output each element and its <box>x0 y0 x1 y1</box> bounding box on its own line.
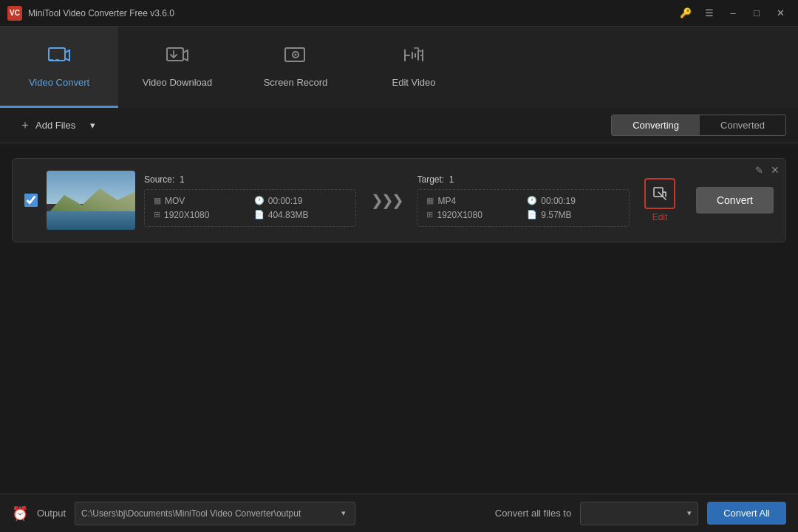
target-label: Target: 1 <box>417 174 629 185</box>
format-dropdown-button[interactable]: ▾ <box>687 508 692 518</box>
target-size-icon: 📄 <box>527 210 537 219</box>
output-path: C:\Users\bj\Documents\MiniTool Video Con… <box>81 508 338 519</box>
file-size-icon: 📄 <box>254 210 265 219</box>
output-path-dropdown[interactable]: ▾ <box>338 508 349 518</box>
bottombar: ⏰ Output C:\Users\bj\Documents\MiniTool … <box>0 494 798 532</box>
output-label: Output <box>37 508 66 519</box>
arrow-block: ❯❯❯ <box>365 191 408 209</box>
source-size-row: 📄 404.83MB <box>254 210 347 220</box>
nav-label-screen-record: Screen Record <box>264 77 328 88</box>
titlebar-controls: 🔑 ☰ – □ ✕ <box>675 5 791 21</box>
maximize-button[interactable]: □ <box>746 5 767 21</box>
add-icon: ＋ <box>19 117 31 133</box>
target-block: Target: 1 ▦ MP4 🕐 00:00:19 ⊞ 1920X1080 📄 <box>417 174 629 227</box>
card-close-button[interactable]: ✕ <box>771 165 780 175</box>
add-files-dropdown-button[interactable]: ▾ <box>86 115 100 135</box>
main-content: Source: 1 ▦ MOV 🕐 00:00:19 ⊞ 1920X1080 📄 <box>0 143 798 494</box>
target-duration-row: 🕐 00:00:19 <box>527 196 620 206</box>
nav-label-video-convert: Video Convert <box>29 77 89 88</box>
key-button[interactable]: 🔑 <box>675 5 696 21</box>
edit-section: Edit <box>638 178 681 222</box>
nav-item-screen-record[interactable]: Screen Record <box>236 27 355 108</box>
source-block: Source: 1 ▦ MOV 🕐 00:00:19 ⊞ 1920X1080 📄 <box>144 174 356 227</box>
screen-record-icon <box>284 45 307 71</box>
convert-tabs: Converting Converted <box>611 115 786 136</box>
file-card: Source: 1 ▦ MOV 🕐 00:00:19 ⊞ 1920X1080 📄 <box>12 158 786 242</box>
top-navigation: Video Convert Video Download Screen Reco… <box>0 27 798 108</box>
target-resolution-icon: ⊞ <box>426 210 433 219</box>
convert-all-format-container: ▾ <box>580 502 698 525</box>
file-checkbox[interactable] <box>24 194 38 207</box>
resolution-icon: ⊞ <box>154 210 160 219</box>
app-title: MiniTool Video Converter Free v3.6.0 <box>28 8 675 18</box>
edit-video-icon <box>402 45 426 71</box>
tab-converting[interactable]: Converting <box>612 115 700 135</box>
nav-label-edit-video: Edit Video <box>392 77 435 88</box>
clock-icon: 🕐 <box>254 196 265 205</box>
source-resolution-row: ⊞ 1920X1080 <box>154 210 247 220</box>
add-files-button[interactable]: ＋ Add Files <box>12 113 83 137</box>
titlebar: VC MiniTool Video Converter Free v3.6.0 … <box>0 0 798 27</box>
toolbar: ＋ Add Files ▾ Converting Converted <box>0 108 798 143</box>
menu-button[interactable]: ☰ <box>699 5 720 21</box>
source-format-row: ▦ MOV <box>154 196 247 206</box>
nav-item-edit-video[interactable]: Edit Video <box>355 27 473 108</box>
output-clock-icon: ⏰ <box>12 505 28 522</box>
card-edit-icon-button[interactable]: ✎ <box>755 165 763 176</box>
target-size-row: 📄 9.57MB <box>527 210 620 220</box>
svg-point-4 <box>295 53 297 55</box>
edit-icon <box>652 186 667 201</box>
target-clock-icon: 🕐 <box>527 196 537 205</box>
tab-converted[interactable]: Converted <box>700 115 785 135</box>
target-format-row: ▦ MP4 <box>426 196 519 206</box>
target-resolution-row: ⊞ 1920X1080 <box>426 210 519 220</box>
nav-label-video-download: Video Download <box>143 77 212 88</box>
app-logo: VC <box>7 6 22 21</box>
format-icon: ▦ <box>154 196 161 205</box>
convert-arrows: ❯❯❯ <box>371 191 402 209</box>
target-format-icon: ▦ <box>426 196 434 205</box>
output-path-container: C:\Users\bj\Documents\MiniTool Video Con… <box>75 502 355 525</box>
thumbnail-water <box>47 211 135 230</box>
nav-item-video-convert[interactable]: Video Convert <box>0 27 118 108</box>
edit-label: Edit <box>652 212 668 222</box>
source-label: Source: 1 <box>144 174 356 185</box>
video-download-icon <box>166 45 189 71</box>
svg-rect-1 <box>167 48 183 61</box>
edit-button[interactable] <box>644 178 675 209</box>
target-info-grid: ▦ MP4 🕐 00:00:19 ⊞ 1920X1080 📄 9.57MB <box>417 189 629 227</box>
file-thumbnail <box>47 171 135 230</box>
source-info-grid: ▦ MOV 🕐 00:00:19 ⊞ 1920X1080 📄 404.83MB <box>144 189 356 227</box>
convert-button[interactable]: Convert <box>696 187 774 214</box>
convert-all-button[interactable]: Convert All <box>707 502 786 525</box>
svg-rect-0 <box>49 48 65 61</box>
close-button[interactable]: ✕ <box>770 5 791 21</box>
minimize-button[interactable]: – <box>723 5 743 21</box>
source-duration-row: 🕐 00:00:19 <box>254 196 347 206</box>
video-convert-icon <box>47 45 71 71</box>
convert-all-files-label: Convert all files to <box>495 508 571 519</box>
nav-item-video-download[interactable]: Video Download <box>118 27 236 108</box>
